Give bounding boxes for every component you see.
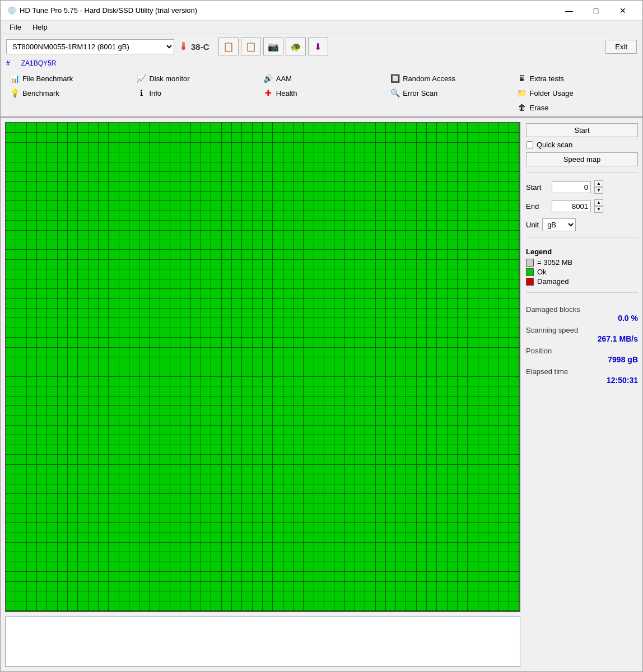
start-field-row: Start ▲ ▼ [526, 180, 638, 194]
start-spin-up[interactable]: ▲ [594, 180, 603, 187]
menu-bar: File Help [1, 21, 642, 34]
legend-block-size: = 3052 MB [526, 258, 638, 267]
tab-random-access-label: Random Access [403, 74, 455, 83]
tab-aam[interactable]: 🔊 AAM [259, 72, 384, 85]
grid-overlay [6, 123, 519, 611]
tab-folder-usage[interactable]: 📁 Folder Usage [512, 86, 638, 100]
title-controls: — □ ✕ [556, 3, 636, 18]
icon-btn-download[interactable]: ⬇ [308, 38, 328, 55]
benchmark-icon: 💡 [10, 88, 20, 98]
tab-extra-tests-label: Extra tests [530, 74, 564, 83]
temp-display: 🌡 38-C [179, 41, 209, 53]
menu-help[interactable]: Help [28, 22, 52, 32]
file-benchmark-icon: 📊 [10, 73, 20, 83]
tab-disk-monitor-label: Disk monitor [149, 74, 189, 83]
tab-error-scan-label: Error Scan [403, 89, 437, 97]
legend-damaged-label: Damaged [537, 277, 569, 286]
quick-scan-checkbox[interactable] [526, 141, 533, 148]
tab-info-label: Info [149, 89, 161, 97]
main-window: 💿 HD Tune Pro 5.75 - Hard Disk/SSD Utili… [0, 0, 643, 672]
legend-title: Legend [526, 248, 638, 256]
toolbar: ST8000NM0055-1RM112 (8001 gB) 🌡 38-C 📋 📋… [1, 34, 642, 59]
scanning-speed-value: 267.1 MB/s [526, 334, 638, 343]
icon-btn-2[interactable]: 📋 [241, 38, 261, 55]
scanning-speed-label: Scanning speed [526, 326, 578, 334]
close-button[interactable]: ✕ [610, 3, 636, 18]
log-box [5, 617, 520, 667]
info-icon: ℹ [136, 88, 146, 98]
icon-btn-camera[interactable]: 📷 [263, 38, 283, 55]
start-spin-down[interactable]: ▼ [594, 187, 603, 194]
aam-icon: 🔊 [263, 73, 273, 83]
unit-label: Unit [526, 221, 539, 229]
damaged-blocks-value: 0.0 % [526, 314, 638, 323]
damaged-blocks-row: Damaged blocks 0.0 % [526, 305, 638, 323]
icon-btn-health[interactable]: 🐢 [286, 38, 306, 55]
end-field-row: End ▲ ▼ [526, 199, 638, 213]
tab-file-benchmark[interactable]: 📊 File Benchmark [5, 72, 131, 85]
legend-section: Legend = 3052 MB Ok Damaged [526, 248, 638, 287]
divider-2 [526, 237, 638, 237]
end-spinners: ▲ ▼ [594, 199, 603, 213]
serial-row: # ZA1BQY5R [1, 59, 642, 69]
unit-select[interactable]: gB MB [542, 218, 576, 231]
tab-file-benchmark-label: File Benchmark [22, 74, 73, 83]
title-bar: 💿 HD Tune Pro 5.75 - Hard Disk/SSD Utili… [1, 1, 642, 21]
erase-icon: 🗑 [517, 102, 527, 113]
tab-benchmark[interactable]: 💡 Benchmark [5, 86, 131, 100]
start-input[interactable] [552, 181, 591, 193]
icon-btn-1[interactable]: 📋 [218, 38, 239, 55]
tab-random-access[interactable]: 🔲 Random Access [385, 72, 511, 85]
tab-info[interactable]: ℹ Info [132, 86, 257, 100]
elapsed-time-value: 12:50:31 [526, 376, 638, 385]
tab-erase-label: Erase [530, 104, 549, 112]
tab-disk-monitor[interactable]: 📈 Disk monitor [132, 72, 257, 85]
tab-erase[interactable]: 🗑 Erase [512, 101, 638, 114]
title-bar-left: 💿 HD Tune Pro 5.75 - Hard Disk/SSD Utili… [7, 6, 197, 15]
quick-scan-label: Quick scan [537, 141, 572, 149]
tab-aam-label: AAM [276, 74, 292, 83]
maximize-button[interactable]: □ [583, 3, 609, 18]
menu-file[interactable]: File [5, 22, 26, 32]
tab-health[interactable]: ✚ Health [259, 86, 384, 100]
legend-box-ok [526, 268, 534, 276]
start-spinners: ▲ ▼ [594, 180, 603, 194]
nav-tabs: 📊 File Benchmark 📈 Disk monitor 🔊 AAM 🔲 … [1, 69, 642, 118]
stats-section: Damaged blocks 0.0 % Scanning speed 267.… [526, 305, 638, 388]
legend-box-damaged [526, 278, 534, 286]
legend-box-size [526, 259, 534, 267]
thermometer-icon: 🌡 [179, 41, 189, 53]
exit-button[interactable]: Exit [605, 40, 637, 54]
drive-select[interactable]: ST8000NM0055-1RM112 (8001 gB) [6, 39, 174, 54]
quick-scan-row: Quick scan [526, 141, 638, 149]
tab-benchmark-label: Benchmark [22, 89, 59, 97]
start-button[interactable]: Start [526, 123, 638, 137]
tab-folder-usage-label: Folder Usage [530, 89, 574, 97]
legend-ok-label: Ok [537, 268, 547, 276]
start-field-label: Start [526, 183, 548, 192]
speed-map-button[interactable]: Speed map [526, 152, 638, 166]
elapsed-time-row: Elapsed time 12:50:31 [526, 367, 638, 385]
end-spin-up[interactable]: ▲ [594, 199, 603, 206]
legend-ok: Ok [526, 268, 638, 276]
unit-row: Unit gB MB [526, 218, 638, 231]
random-access-icon: 🔲 [390, 73, 400, 83]
end-input[interactable] [552, 200, 591, 212]
position-row: Position 7998 gB [526, 347, 638, 364]
tab-error-scan[interactable]: 🔍 Error Scan [385, 86, 511, 100]
end-spin-down[interactable]: ▼ [594, 206, 603, 213]
serial-id: ZA1BQY5R [21, 59, 57, 67]
disk-monitor-icon: 📈 [136, 73, 146, 83]
scanning-speed-row: Scanning speed 267.1 MB/s [526, 326, 638, 343]
extra-tests-icon: 🖩 [517, 73, 527, 83]
position-value: 7998 gB [526, 355, 638, 364]
error-scan-icon: 🔍 [390, 88, 400, 98]
minimize-button[interactable]: — [556, 3, 582, 18]
tab-extra-tests[interactable]: 🖩 Extra tests [512, 72, 638, 85]
scan-grid [5, 122, 520, 612]
divider-3 [526, 292, 638, 293]
temp-value: 38-C [191, 42, 209, 52]
legend-damaged: Damaged [526, 277, 638, 286]
tab-health-label: Health [276, 89, 297, 97]
divider-1 [526, 172, 638, 172]
